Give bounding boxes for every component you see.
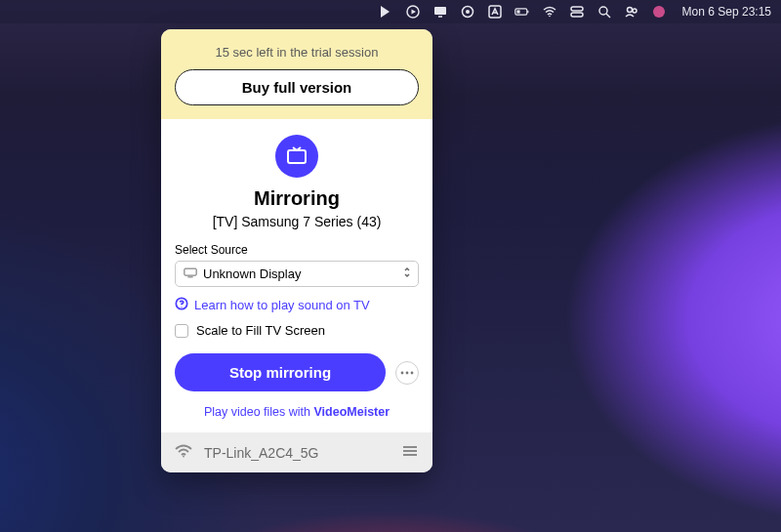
source-value: Unknown Display: [203, 266, 396, 281]
menu-button[interactable]: [401, 444, 419, 461]
wifi-icon[interactable]: [542, 4, 557, 20]
help-icon: [175, 297, 188, 313]
control-center-icon[interactable]: [569, 4, 585, 20]
trial-message: 15 sec left in the trial session: [175, 45, 419, 60]
svg-rect-10: [571, 13, 583, 17]
wifi-icon: [175, 444, 192, 461]
scale-to-fill-row: Scale to Fill TV Screen: [175, 323, 419, 338]
target-device-name: [TV] Samsung 7 Series (43): [175, 214, 419, 229]
siri-icon[interactable]: [651, 4, 667, 20]
app-menubar-icon[interactable]: [378, 4, 393, 20]
svg-point-23: [411, 371, 414, 374]
svg-rect-9: [571, 7, 583, 11]
svg-line-12: [606, 14, 610, 18]
promo-brand: VideoMeister: [313, 405, 390, 419]
more-options-button[interactable]: [395, 361, 419, 385]
spotlight-icon[interactable]: [596, 4, 612, 20]
svg-point-8: [549, 16, 551, 18]
scale-to-fill-checkbox[interactable]: [175, 324, 188, 338]
users-icon[interactable]: [624, 4, 639, 20]
svg-point-15: [653, 6, 665, 18]
source-label: Select Source: [175, 243, 419, 257]
display-icon[interactable]: [432, 4, 448, 20]
svg-rect-6: [527, 11, 528, 13]
tv-icon: [275, 135, 318, 178]
svg-point-11: [599, 7, 607, 15]
menu-bar: Mon 6 Sep 23:15: [0, 0, 781, 23]
mirroring-title: Mirroring: [175, 187, 419, 210]
battery-icon[interactable]: [514, 4, 530, 20]
action-row: Stop mirroring: [175, 353, 419, 391]
svg-rect-16: [288, 150, 306, 163]
network-name: TP-Link_A2C4_5G: [204, 445, 390, 461]
popover-main: Mirroring [TV] Samsung 7 Series (43) Sel…: [161, 119, 432, 432]
promo-prefix: Play video files with: [204, 405, 314, 419]
videomeister-promo-link[interactable]: Play video files with VideoMeister: [175, 405, 419, 419]
chevron-updown-icon: [402, 266, 412, 282]
svg-point-24: [183, 456, 185, 458]
svg-point-3: [466, 10, 470, 14]
input-source-icon[interactable]: [487, 4, 503, 20]
mirroring-popover: 15 sec left in the trial session Buy ful…: [161, 29, 432, 472]
play-circle-icon[interactable]: [405, 4, 421, 20]
buy-full-version-button[interactable]: Buy full version: [175, 69, 419, 105]
help-text: Learn how to play sound on TV: [194, 298, 370, 312]
clock[interactable]: Mon 6 Sep 23:15: [682, 5, 771, 19]
source-select[interactable]: Unknown Display: [175, 261, 419, 287]
svg-point-13: [627, 8, 632, 13]
popover-footer: TP-Link_A2C4_5G: [161, 432, 432, 472]
display-icon: [184, 266, 197, 281]
scale-to-fill-label: Scale to Fill TV Screen: [196, 323, 325, 338]
svg-point-22: [406, 371, 409, 374]
stop-mirroring-button[interactable]: Stop mirroring: [175, 353, 386, 391]
svg-point-20: [181, 307, 182, 307]
svg-point-14: [633, 9, 637, 13]
svg-rect-17: [185, 268, 196, 275]
record-icon[interactable]: [460, 4, 475, 20]
svg-rect-7: [516, 10, 519, 13]
svg-point-21: [401, 371, 404, 374]
sound-help-link[interactable]: Learn how to play sound on TV: [175, 297, 419, 313]
svg-rect-1: [434, 7, 446, 15]
trial-banner: 15 sec left in the trial session Buy ful…: [161, 29, 432, 119]
